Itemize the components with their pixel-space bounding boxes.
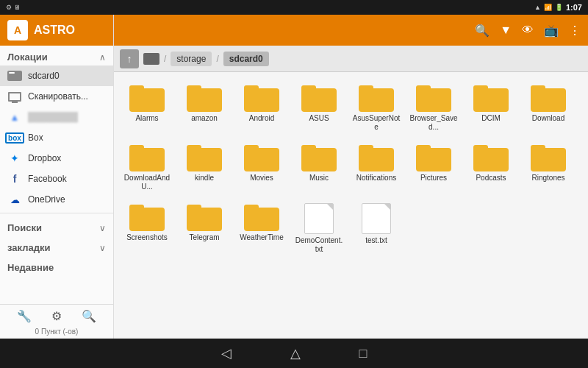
- top-bar-actions: 🔍 ▼ 👁 📺 ⋮: [475, 24, 581, 38]
- file-item-podcasts[interactable]: Podcasts: [464, 139, 518, 196]
- file-label-podcasts: Podcasts: [476, 174, 506, 183]
- file-item-android[interactable]: Android: [234, 79, 289, 136]
- folder-icon-amazon: [187, 84, 222, 112]
- sidebar-item-onedrive[interactable]: ☁ OneDrive: [0, 189, 113, 210]
- bookmarks-chevron[interactable]: ∨: [99, 243, 106, 253]
- more-icon[interactable]: ⋮: [569, 24, 581, 38]
- toolbar-wrench[interactable]: 🔧: [17, 309, 32, 323]
- file-label-kindle: kindle: [195, 174, 214, 183]
- file-label-telegram: Telegram: [189, 233, 219, 242]
- sidebar: A ASTRO Локации ∧ sdcard0 Сканировать...: [0, 15, 114, 339]
- file-item-browsersaved[interactable]: Browser_Saved...: [406, 79, 461, 136]
- sidebar-item-dropbox[interactable]: ✦ Dropbox: [0, 148, 113, 169]
- folder-icon-browsersaved: [416, 84, 451, 112]
- google-label: ████████: [28, 112, 78, 122]
- eye-icon[interactable]: 👁: [522, 24, 534, 37]
- file-item-weathertime[interactable]: WeatherTime: [234, 199, 289, 258]
- sidebar-divider-1: [0, 213, 113, 213]
- file-item-music[interactable]: Music: [292, 139, 346, 196]
- facebook-icon: f: [7, 173, 22, 185]
- file-item-screenshots[interactable]: Screenshots: [120, 199, 174, 258]
- file-item-downloadandu[interactable]: DownloadAndU...: [120, 139, 174, 196]
- sdcard-icon: [7, 70, 22, 82]
- toolbar-sliders[interactable]: ⚙: [51, 309, 62, 323]
- searches-chevron[interactable]: ∨: [99, 223, 106, 233]
- file-item-dcim[interactable]: DCIM: [464, 79, 518, 136]
- folder-icon-alarms: [129, 84, 165, 112]
- file-item-alarms[interactable]: Alarms: [120, 79, 174, 136]
- folder-icon-pictures: [416, 144, 451, 171]
- file-label-screenshots: Screenshots: [126, 233, 168, 242]
- wifi-icon: ▲: [534, 4, 541, 11]
- folder-icon-download: [531, 84, 566, 112]
- folder-icon-android: [244, 84, 279, 112]
- file-item-download[interactable]: Download: [521, 79, 576, 136]
- breadcrumb-storage[interactable]: storage: [171, 52, 212, 66]
- file-label-weathertime: WeatherTime: [240, 233, 283, 242]
- locations-title: Локации: [7, 52, 48, 63]
- navigation-bar: ◁ △ □: [0, 339, 588, 368]
- recent-header: Недавние: [0, 256, 113, 276]
- notification-icons: ⚙ 🖥: [6, 4, 21, 11]
- file-item-amazon[interactable]: amazon: [177, 79, 232, 136]
- file-item-asusnote[interactable]: AsusSuperNote: [349, 79, 404, 136]
- filter-icon[interactable]: ▼: [500, 24, 512, 37]
- status-bar-left: ⚙ 🖥: [6, 4, 531, 11]
- folder-icon-kindle: [187, 144, 222, 171]
- dropbox-icon: ✦: [7, 152, 22, 164]
- box-icon: box: [7, 132, 22, 144]
- folder-icon-notifications: [359, 144, 394, 171]
- file-item-notifications[interactable]: Notifications: [349, 139, 404, 196]
- file-item-testtxt[interactable]: test.txt: [349, 199, 404, 258]
- locations-header: Локации ∧: [0, 46, 113, 66]
- folder-icon-telegram: [187, 203, 222, 231]
- file-label-movies: Movies: [250, 174, 273, 183]
- searches-title: Поиски: [7, 222, 42, 233]
- file-item-kindle[interactable]: kindle: [177, 139, 232, 196]
- sidebar-item-box[interactable]: box Box: [0, 127, 113, 148]
- folder-icon-dcim: [473, 84, 509, 112]
- back-button[interactable]: ◁: [221, 345, 232, 361]
- recents-button[interactable]: □: [359, 346, 368, 361]
- main-wrapper: A ASTRO Локации ∧ sdcard0 Сканировать...: [0, 15, 588, 339]
- folder-icon-music: [301, 144, 337, 171]
- sidebar-item-google[interactable]: ▲ ████████: [0, 107, 113, 127]
- breadcrumb: ↑ / storage / sdcard0: [114, 46, 588, 72]
- file-item-democontent[interactable]: DemoContent.txt: [292, 199, 346, 258]
- file-item-pictures[interactable]: Pictures: [406, 139, 461, 196]
- bookmarks-header[interactable]: закладки ∨: [0, 236, 113, 256]
- app-logo: A: [7, 20, 28, 40]
- folder-icon-podcasts: [473, 144, 509, 171]
- onedrive-icon: ☁: [7, 194, 22, 205]
- sidebar-item-scan[interactable]: Сканировать...: [0, 86, 113, 107]
- home-button[interactable]: △: [290, 345, 301, 361]
- folder-icon-asusnote: [359, 84, 394, 112]
- breadcrumb-up-button[interactable]: ↑: [120, 49, 139, 68]
- file-item-ringtones[interactable]: Ringtones: [521, 139, 576, 196]
- sidebar-item-facebook[interactable]: f Facebook: [0, 169, 113, 189]
- search-icon[interactable]: 🔍: [475, 24, 490, 38]
- battery-icon: 🔋: [555, 4, 563, 11]
- file-item-telegram[interactable]: Telegram: [177, 199, 232, 258]
- file-label-music: Music: [309, 174, 329, 183]
- folder-icon-weathertime: [244, 203, 279, 231]
- bookmarks-title: закладки: [7, 242, 50, 253]
- file-icon-democontent: [304, 203, 334, 234]
- folder-icon-asus: [301, 84, 337, 112]
- breadcrumb-sdcard-icon: [143, 53, 159, 65]
- file-icon-testtxt: [362, 203, 391, 234]
- searches-header[interactable]: Поиски ∨: [0, 216, 113, 236]
- file-label-pictures: Pictures: [420, 174, 447, 183]
- file-item-asus[interactable]: ASUS: [292, 79, 346, 136]
- locations-chevron[interactable]: ∧: [99, 52, 106, 63]
- file-item-movies[interactable]: Movies: [234, 139, 289, 196]
- file-label-alarms: Alarms: [135, 114, 158, 123]
- signal-icon: 📶: [544, 4, 552, 11]
- file-label-download: Download: [532, 114, 564, 123]
- folder-icon-ringtones: [531, 144, 566, 171]
- sidebar-item-sdcard0[interactable]: sdcard0: [0, 66, 113, 86]
- folder-icon-downloadandu: [129, 144, 165, 171]
- breadcrumb-sdcard0[interactable]: sdcard0: [223, 52, 269, 66]
- cast-icon[interactable]: 📺: [544, 24, 559, 38]
- toolbar-search[interactable]: 🔍: [82, 309, 96, 323]
